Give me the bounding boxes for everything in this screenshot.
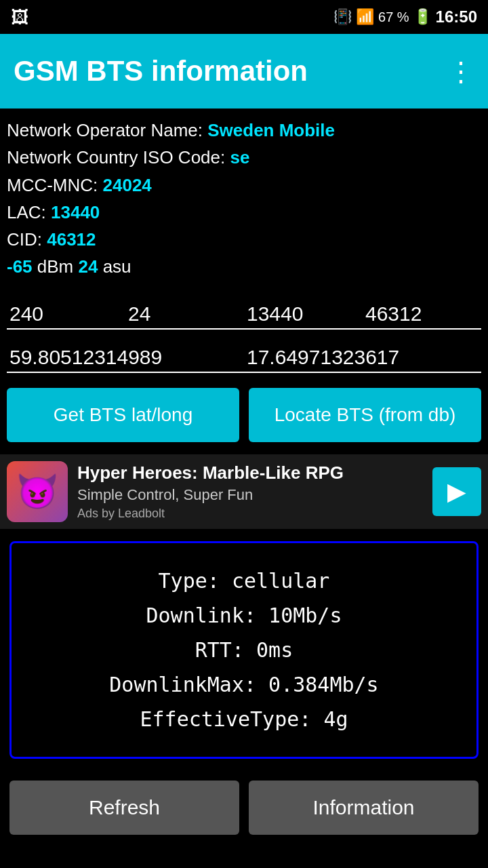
network-effectivetype-line: EffectiveType: 4g — [25, 702, 463, 736]
country-label: Network Country ISO Code: — [7, 147, 230, 167]
cid-value: 46312 — [47, 229, 96, 250]
ad-banner[interactable]: 😈 Hyper Heroes: Marble-Like RPG Simple C… — [0, 454, 488, 529]
status-bar: 🖼 📳 📶 67 % 🔋 16:50 — [0, 0, 488, 34]
mnc-input[interactable] — [125, 298, 244, 330]
lat-input[interactable] — [7, 342, 244, 373]
app-bar: GSM BTS information ⋮ — [0, 34, 488, 108]
network-info-box: Type: cellular Downlink: 10Mb/s RTT: 0ms… — [9, 541, 479, 759]
inputs-row-2 — [0, 330, 488, 373]
cid-label: CID: — [7, 229, 47, 250]
cid-input[interactable] — [363, 298, 481, 330]
network-downlink-line: Downlink: 10Mb/s — [25, 598, 463, 633]
lac-value: 13440 — [51, 202, 100, 222]
mcc-mnc-value: 24024 — [103, 175, 152, 195]
network-downlinkmax-line: DownlinkMax: 0.384Mb/s — [25, 667, 463, 702]
operator-name-line: Network Operator Name: Sweden Mobile — [7, 117, 481, 144]
time-display: 16:50 — [436, 7, 477, 26]
locate-bts-button[interactable]: Locate BTS (from db) — [249, 388, 481, 442]
long-input[interactable] — [244, 342, 481, 373]
signal-value: -65 — [7, 256, 33, 277]
app-bar-title: GSM BTS information — [14, 55, 447, 87]
lac-label: LAC: — [7, 202, 51, 222]
network-info-section: Network Operator Name: Sweden Mobile Net… — [0, 108, 488, 286]
battery-text: 67 % — [378, 9, 409, 25]
cid-line: CID: 46312 — [7, 226, 481, 253]
status-bar-left: 🖼 — [11, 7, 28, 28]
ad-attribution: Ads by Leadbolt — [77, 507, 423, 521]
ad-subtitle: Simple Control, Super Fun — [77, 486, 423, 504]
battery-icon: 🔋 — [413, 8, 432, 26]
get-bts-button[interactable]: Get BTS lat/long — [7, 388, 239, 442]
signal-line: -65 dBm 24 asu — [7, 253, 481, 280]
information-button[interactable]: Information — [249, 781, 479, 835]
network-rtt-line: RTT: 0ms — [25, 633, 463, 667]
ad-play-button[interactable]: ▶ — [432, 467, 481, 516]
asu-value: 24 — [79, 256, 98, 277]
nav-bar — [0, 851, 488, 868]
operator-label: Network Operator Name: — [7, 120, 207, 140]
overflow-menu-icon[interactable]: ⋮ — [447, 56, 474, 87]
signal-unit: dBm — [33, 256, 79, 277]
ad-text: Hyper Heroes: Marble-Like RPG Simple Con… — [68, 462, 432, 521]
bottom-buttons: Refresh Information — [0, 771, 488, 844]
ad-title: Hyper Heroes: Marble-Like RPG — [77, 462, 423, 484]
ad-icon: 😈 — [7, 461, 68, 522]
status-icons: 📳 📶 67 % 🔋 16:50 — [333, 7, 477, 26]
network-type-line: Type: cellular — [25, 564, 463, 598]
mcc-input[interactable] — [7, 298, 125, 330]
inputs-row-1 — [0, 286, 488, 330]
operator-value: Sweden Mobile — [207, 120, 335, 140]
country-line: Network Country ISO Code: se — [7, 144, 481, 171]
mcc-mnc-label: MCC-MNC: — [7, 175, 103, 195]
lac-input[interactable] — [244, 298, 363, 330]
vibrate-icon: 📳 — [333, 8, 352, 26]
mcc-mnc-line: MCC-MNC: 24024 — [7, 172, 481, 199]
signal-icon: 📶 — [356, 8, 374, 26]
lac-line: LAC: 13440 — [7, 199, 481, 226]
country-value: se — [230, 147, 249, 167]
action-buttons: Get BTS lat/long Locate BTS (from db) — [0, 373, 488, 449]
asu-unit: asu — [98, 256, 131, 277]
refresh-button[interactable]: Refresh — [9, 781, 239, 835]
